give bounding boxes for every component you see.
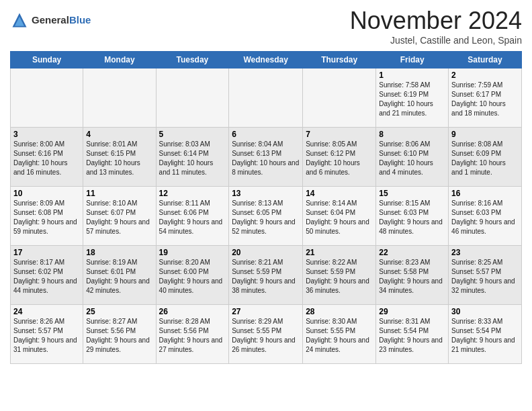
calendar-cell: 30Sunrise: 8:33 AM Sunset: 5:54 PM Dayli… — [449, 305, 522, 364]
calendar-cell: 14Sunrise: 8:14 AM Sunset: 6:04 PM Dayli… — [303, 187, 376, 246]
day-info: Sunrise: 8:29 AM Sunset: 5:55 PM Dayligh… — [232, 317, 300, 355]
calendar-cell: 22Sunrise: 8:23 AM Sunset: 5:58 PM Dayli… — [376, 246, 449, 305]
day-info: Sunrise: 8:19 AM Sunset: 6:01 PM Dayligh… — [86, 258, 152, 295]
calendar-cell: 10Sunrise: 8:09 AM Sunset: 6:08 PM Dayli… — [11, 187, 83, 246]
day-number: 19 — [159, 248, 226, 257]
day-header-wednesday: Wednesday — [229, 52, 303, 68]
day-info: Sunrise: 8:06 AM Sunset: 6:10 PM Dayligh… — [379, 140, 445, 177]
day-header-tuesday: Tuesday — [156, 52, 229, 68]
logo: GeneralBlue — [10, 11, 91, 30]
day-info: Sunrise: 8:26 AM Sunset: 5:57 PM Dayligh… — [13, 317, 80, 355]
day-info: Sunrise: 8:16 AM Sunset: 6:03 PM Dayligh… — [451, 199, 519, 236]
calendar-cell: 3Sunrise: 8:00 AM Sunset: 6:16 PM Daylig… — [11, 128, 83, 187]
calendar-cell: 7Sunrise: 8:05 AM Sunset: 6:12 PM Daylig… — [303, 128, 376, 187]
day-number: 16 — [451, 189, 519, 198]
days-of-week-row: SundayMondayTuesdayWednesdayThursdayFrid… — [11, 52, 522, 68]
day-info: Sunrise: 8:10 AM Sunset: 6:07 PM Dayligh… — [86, 199, 152, 236]
calendar-cell: 28Sunrise: 8:30 AM Sunset: 5:55 PM Dayli… — [303, 305, 376, 364]
logo-text: GeneralBlue — [32, 15, 91, 26]
day-header-monday: Monday — [83, 52, 156, 68]
calendar-cell: 27Sunrise: 8:29 AM Sunset: 5:55 PM Dayli… — [229, 305, 303, 364]
day-number: 28 — [306, 307, 373, 316]
day-info: Sunrise: 7:58 AM Sunset: 6:19 PM Dayligh… — [379, 81, 445, 118]
calendar-cell: 26Sunrise: 8:28 AM Sunset: 5:56 PM Dayli… — [156, 305, 229, 364]
calendar-cell: 8Sunrise: 8:06 AM Sunset: 6:10 PM Daylig… — [376, 128, 449, 187]
day-header-sunday: Sunday — [11, 52, 83, 68]
calendar-cell: 9Sunrise: 8:08 AM Sunset: 6:09 PM Daylig… — [449, 128, 522, 187]
day-number: 4 — [86, 130, 152, 139]
calendar-cell — [229, 68, 303, 128]
calendar-cell: 17Sunrise: 8:17 AM Sunset: 6:02 PM Dayli… — [11, 246, 83, 305]
day-info: Sunrise: 8:09 AM Sunset: 6:08 PM Dayligh… — [13, 199, 80, 236]
day-number: 8 — [379, 130, 445, 139]
day-number: 30 — [451, 307, 519, 316]
page-container: GeneralBlue November 2024 Justel, Castil… — [0, 0, 532, 374]
location-subtitle: Justel, Castille and Leon, Spain — [350, 35, 522, 46]
day-number: 21 — [306, 248, 373, 257]
week-row-4: 17Sunrise: 8:17 AM Sunset: 6:02 PM Dayli… — [11, 246, 522, 305]
day-info: Sunrise: 8:33 AM Sunset: 5:54 PM Dayligh… — [451, 317, 519, 355]
calendar-cell: 5Sunrise: 8:03 AM Sunset: 6:14 PM Daylig… — [156, 128, 229, 187]
calendar-table: SundayMondayTuesdayWednesdayThursdayFrid… — [10, 51, 522, 364]
day-info: Sunrise: 8:15 AM Sunset: 6:03 PM Dayligh… — [379, 199, 445, 236]
calendar-cell: 19Sunrise: 8:20 AM Sunset: 6:00 PM Dayli… — [156, 246, 229, 305]
calendar-cell: 4Sunrise: 8:01 AM Sunset: 6:15 PM Daylig… — [83, 128, 156, 187]
calendar-cell: 13Sunrise: 8:13 AM Sunset: 6:05 PM Dayli… — [229, 187, 303, 246]
calendar-cell: 12Sunrise: 8:11 AM Sunset: 6:06 PM Dayli… — [156, 187, 229, 246]
day-number: 29 — [379, 307, 445, 316]
week-row-3: 10Sunrise: 8:09 AM Sunset: 6:08 PM Dayli… — [11, 187, 522, 246]
calendar-cell: 16Sunrise: 8:16 AM Sunset: 6:03 PM Dayli… — [449, 187, 522, 246]
day-number: 12 — [159, 189, 226, 198]
day-number: 26 — [159, 307, 226, 316]
logo-blue: Blue — [69, 14, 91, 26]
calendar-cell: 23Sunrise: 8:25 AM Sunset: 5:57 PM Dayli… — [449, 246, 522, 305]
week-row-1: 1Sunrise: 7:58 AM Sunset: 6:19 PM Daylig… — [11, 68, 522, 128]
day-number: 17 — [13, 248, 80, 257]
calendar-cell: 18Sunrise: 8:19 AM Sunset: 6:01 PM Dayli… — [83, 246, 156, 305]
calendar-cell: 6Sunrise: 8:04 AM Sunset: 6:13 PM Daylig… — [229, 128, 303, 187]
day-number: 27 — [232, 307, 300, 316]
week-row-2: 3Sunrise: 8:00 AM Sunset: 6:16 PM Daylig… — [11, 128, 522, 187]
day-info: Sunrise: 8:30 AM Sunset: 5:55 PM Dayligh… — [306, 317, 373, 355]
day-info: Sunrise: 8:25 AM Sunset: 5:57 PM Dayligh… — [451, 258, 519, 295]
calendar-cell: 2Sunrise: 7:59 AM Sunset: 6:17 PM Daylig… — [449, 68, 522, 128]
calendar-header: SundayMondayTuesdayWednesdayThursdayFrid… — [11, 52, 522, 68]
day-header-saturday: Saturday — [449, 52, 522, 68]
day-header-friday: Friday — [376, 52, 449, 68]
day-number: 22 — [379, 248, 445, 257]
calendar-cell: 24Sunrise: 8:26 AM Sunset: 5:57 PM Dayli… — [11, 305, 83, 364]
day-number: 3 — [13, 130, 80, 139]
calendar-cell: 1Sunrise: 7:58 AM Sunset: 6:19 PM Daylig… — [376, 68, 449, 128]
day-number: 14 — [306, 189, 373, 198]
title-block: November 2024 Justel, Castille and Leon,… — [350, 7, 522, 46]
day-info: Sunrise: 8:14 AM Sunset: 6:04 PM Dayligh… — [306, 199, 373, 236]
day-info: Sunrise: 8:21 AM Sunset: 5:59 PM Dayligh… — [232, 258, 300, 295]
day-info: Sunrise: 8:03 AM Sunset: 6:14 PM Dayligh… — [159, 140, 226, 177]
week-row-5: 24Sunrise: 8:26 AM Sunset: 5:57 PM Dayli… — [11, 305, 522, 364]
day-info: Sunrise: 8:17 AM Sunset: 6:02 PM Dayligh… — [13, 258, 80, 295]
day-header-thursday: Thursday — [303, 52, 376, 68]
calendar-cell — [83, 68, 156, 128]
day-number: 1 — [379, 71, 445, 80]
day-number: 15 — [379, 189, 445, 198]
logo-general: General — [32, 14, 69, 26]
calendar-body: 1Sunrise: 7:58 AM Sunset: 6:19 PM Daylig… — [11, 68, 522, 364]
logo-icon — [10, 11, 29, 30]
calendar-cell: 20Sunrise: 8:21 AM Sunset: 5:59 PM Dayli… — [229, 246, 303, 305]
day-info: Sunrise: 8:28 AM Sunset: 5:56 PM Dayligh… — [159, 317, 226, 355]
day-number: 2 — [451, 71, 519, 80]
day-info: Sunrise: 8:00 AM Sunset: 6:16 PM Dayligh… — [13, 140, 80, 177]
day-info: Sunrise: 8:27 AM Sunset: 5:56 PM Dayligh… — [86, 317, 152, 355]
day-number: 23 — [451, 248, 519, 257]
month-title: November 2024 — [350, 7, 522, 35]
day-info: Sunrise: 8:11 AM Sunset: 6:06 PM Dayligh… — [159, 199, 226, 236]
day-number: 6 — [232, 130, 300, 139]
calendar-cell — [11, 68, 83, 128]
day-info: Sunrise: 8:04 AM Sunset: 6:13 PM Dayligh… — [232, 140, 300, 177]
day-info: Sunrise: 8:20 AM Sunset: 6:00 PM Dayligh… — [159, 258, 226, 295]
calendar-cell — [156, 68, 229, 128]
day-number: 11 — [86, 189, 152, 198]
day-number: 18 — [86, 248, 152, 257]
header: GeneralBlue November 2024 Justel, Castil… — [10, 7, 522, 46]
day-number: 24 — [13, 307, 80, 316]
